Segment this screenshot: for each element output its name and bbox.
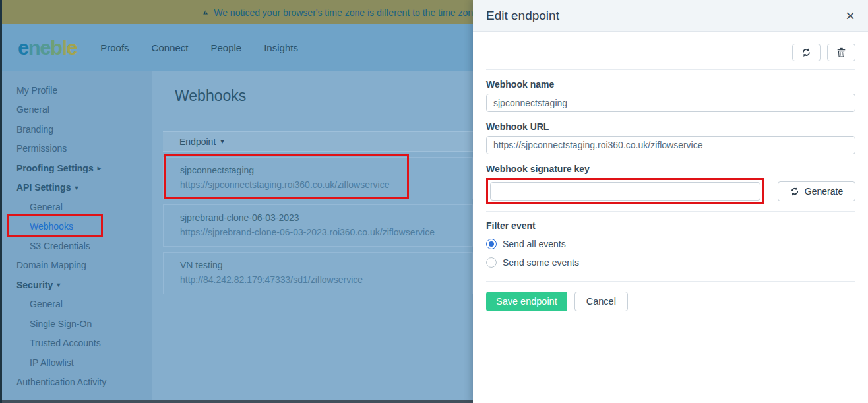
sidebar-item-webhooks[interactable]: Webhooks (0, 217, 152, 237)
sidebar-item-label: Branding (16, 124, 53, 135)
sidebar-item-single-sign-on[interactable]: Single Sign-On (0, 314, 152, 334)
sidebar-item-label: General (30, 299, 63, 309)
endpoint-name: sjpconnectstaging (180, 165, 472, 175)
timezone-warning-banner: We noticed your browser's time zone is d… (0, 0, 473, 24)
filter-event-options: Send all eventsSend some events (486, 239, 855, 268)
panel-title: Edit endpoint (486, 9, 559, 23)
sidebar-item-general[interactable]: General (0, 100, 152, 120)
endpoint-row[interactable]: sjpconnectstaginghttps://sjpconnectstagi… (163, 157, 473, 199)
settings-sidebar: My ProfileGeneralBrandingPermissionsProo… (0, 71, 152, 403)
endpoint-url: https://sjprebrand-clone-06-03-2023.roi3… (180, 227, 472, 237)
sidebar-item-proofing-settings[interactable]: Proofing Settings▸ (0, 158, 152, 178)
endpoint-name: sjprebrand-clone-06-03-2023 (180, 212, 472, 223)
sidebar-item-security[interactable]: Security▾ (0, 275, 152, 295)
radio-selected-icon[interactable] (486, 239, 497, 249)
signature-key-row: Generate (486, 178, 855, 204)
divider (486, 281, 855, 282)
generate-refresh-icon (790, 187, 799, 196)
close-icon[interactable]: × (846, 8, 855, 24)
brand-logo[interactable]: eneble (18, 38, 77, 58)
panel-actions: Save endpoint Cancel (486, 292, 855, 311)
chevron-right-icon: ▸ (98, 164, 101, 171)
radio-option-label: Send some events (503, 257, 579, 268)
webhook-url-label: Webhook URL (486, 121, 855, 132)
warning-icon (203, 7, 208, 17)
filter-event-label: Filter event (486, 220, 855, 231)
divider (486, 211, 855, 212)
webhook-signature-key-input[interactable] (490, 182, 760, 201)
left-edge-strip (0, 0, 2, 403)
sidebar-item-trusted-accounts[interactable]: Trusted Accounts (0, 334, 152, 354)
sidebar-item-ip-allowlist[interactable]: IP Allowlist (0, 353, 152, 373)
sidebar-item-label: General (16, 104, 49, 115)
logo-letter: n (28, 36, 40, 59)
sidebar-item-label: IP Allowlist (30, 357, 74, 368)
endpoint-row[interactable]: VN testinghttp://84.242.82.179:47333/sd1… (163, 252, 473, 294)
sidebar-item-api-settings[interactable]: API Settings▾ (0, 178, 152, 198)
webhook-name-input[interactable] (486, 94, 855, 112)
endpoint-row[interactable]: sjprebrand-clone-06-03-2023https://sjpre… (163, 204, 473, 247)
webhook-signature-key-label: Webhook signature key (486, 164, 855, 174)
sidebar-item-label: API Settings (16, 182, 71, 193)
radio-option-send-some-events[interactable]: Send some events (486, 257, 855, 268)
divider (486, 69, 855, 70)
panel-body: Webhook name Webhook URL Webhook signatu… (473, 32, 868, 311)
edit-endpoint-panel: Edit endpoint × (473, 0, 868, 403)
cancel-button[interactable]: Cancel (574, 292, 628, 311)
sidebar-item-label: Domain Mapping (16, 260, 86, 270)
chevron-down-icon: ▾ (75, 184, 78, 191)
endpoint-url: http://84.242.82.179:47333/sd1/ziflowser… (180, 274, 472, 285)
sidebar-item-domain-mapping[interactable]: Domain Mapping (0, 256, 152, 276)
top-navbar: eneble ProofsConnectPeopleInsights (0, 24, 473, 71)
chevron-down-icon: ▾ (57, 281, 60, 288)
sidebar-item-authentication-activity[interactable]: Authentication Activity (0, 373, 152, 392)
endpoint-header-label: Endpoint (179, 137, 216, 147)
sidebar-item-general[interactable]: General (0, 197, 152, 217)
annotation-box-signature-key (486, 178, 764, 204)
sort-caret-icon: ▾ (220, 137, 224, 146)
page-title: Webhooks (175, 87, 473, 105)
save-endpoint-button[interactable]: Save endpoint (486, 292, 567, 311)
trash-icon (837, 47, 846, 57)
radio-option-send-all-events[interactable]: Send all events (486, 239, 855, 249)
webhooks-page: Webhooks Endpoint ▾ sjpconnectstaginghtt… (152, 71, 473, 403)
sidebar-item-label: Webhooks (30, 221, 73, 232)
generate-button-label: Generate (805, 186, 843, 197)
logo-letter: e (67, 36, 77, 59)
webhook-name-label: Webhook name (486, 79, 855, 90)
sidebar-item-permissions[interactable]: Permissions (0, 139, 152, 159)
panel-header: Edit endpoint × (473, 0, 868, 32)
endpoint-name: VN testing (180, 260, 472, 270)
endpoint-list: sjpconnectstaginghttps://sjpconnectstagi… (152, 157, 473, 294)
sidebar-item-label: General (30, 202, 63, 212)
app-background: We noticed your browser's time zone is d… (0, 0, 473, 403)
sidebar-item-s3-credentials[interactable]: S3 Credentials (0, 236, 152, 256)
sidebar-item-label: My Profile (16, 85, 57, 96)
refresh-button[interactable] (792, 44, 821, 61)
webhook-url-input[interactable] (486, 136, 855, 154)
nav-link-proofs[interactable]: Proofs (100, 42, 129, 53)
panel-toolbar (486, 44, 855, 61)
endpoint-column-header[interactable]: Endpoint ▾ (163, 131, 473, 152)
delete-button[interactable] (827, 44, 855, 61)
bottom-bar (0, 400, 473, 403)
sidebar-item-branding[interactable]: Branding (0, 119, 152, 139)
nav-link-people[interactable]: People (210, 42, 241, 53)
app-body: My ProfileGeneralBrandingPermissionsProo… (0, 71, 473, 403)
radio-unselected-icon[interactable] (486, 257, 497, 268)
generate-button[interactable]: Generate (778, 181, 855, 201)
sidebar-item-label: Security (16, 280, 53, 290)
sidebar-item-label: Single Sign-On (30, 319, 92, 329)
sidebar-item-general[interactable]: General (0, 295, 152, 315)
app-screen: We noticed your browser's time zone is d… (0, 0, 868, 403)
sidebar-item-my-profile[interactable]: My Profile (0, 80, 152, 100)
nav-link-connect[interactable]: Connect (152, 42, 189, 53)
radio-option-label: Send all events (503, 239, 566, 249)
logo-letter: e (40, 36, 50, 59)
refresh-icon (801, 47, 811, 57)
logo-letter: l (61, 36, 66, 59)
main-nav: ProofsConnectPeopleInsights (100, 42, 298, 53)
sidebar-item-label: Proofing Settings (16, 163, 94, 173)
nav-link-insights[interactable]: Insights (264, 42, 298, 53)
sidebar-item-label: Trusted Accounts (30, 338, 101, 348)
